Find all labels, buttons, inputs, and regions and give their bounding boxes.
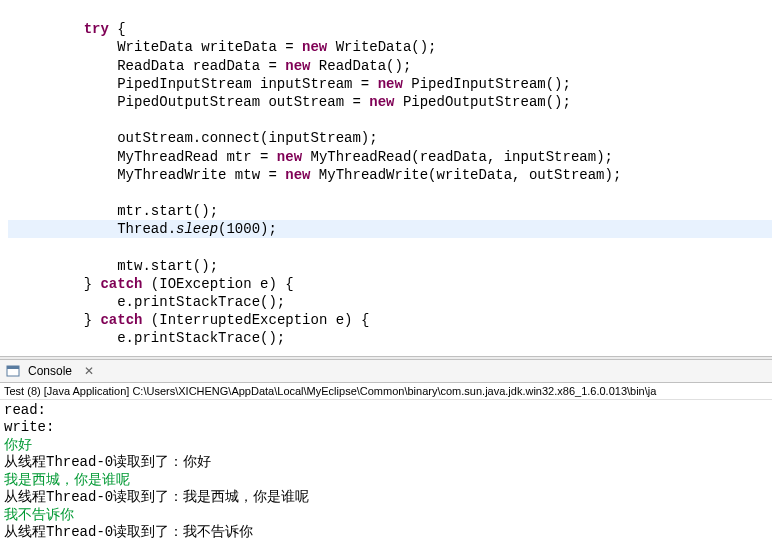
code-line: mtw.start(); — [8, 258, 218, 274]
code-line: mtr.start(); — [8, 203, 218, 219]
code-line: MyThreadWrite mtw = new MyThreadWrite(wr… — [8, 167, 621, 183]
keyword-new: new — [302, 39, 327, 55]
code-line: ReadData readData = new ReadData(); — [8, 58, 411, 74]
console-line: 我不告诉你 — [4, 507, 768, 525]
console-tab-label[interactable]: Console — [24, 362, 76, 380]
code-line: PipedInputStream inputStream = new Piped… — [8, 76, 571, 92]
code-line: outStream.connect(inputStream); — [8, 130, 378, 146]
code-line: } catch (IOException e) { — [8, 276, 294, 292]
code-line: e.printStackTrace(); — [8, 294, 285, 310]
code-line: PipedOutputStream outStream = new PipedO… — [8, 94, 571, 110]
code-line-active: Thread.sleep(1000); — [8, 220, 772, 238]
console-line: 你好 — [4, 437, 768, 455]
static-method: sleep — [176, 221, 218, 237]
console-line: 从线程Thread-0读取到了：我不告诉你 — [4, 524, 768, 542]
console-line: 从线程Thread-0读取到了：你好 — [4, 454, 768, 472]
console-tab-bar: Console ✕ — [0, 360, 772, 383]
code-editor[interactable]: try { WriteData writeData = new WriteDat… — [0, 0, 772, 356]
code-line: try { — [8, 21, 126, 37]
code-line: WriteData writeData = new WriteData(); — [8, 39, 437, 55]
code-line: } catch (InterruptedException e) { — [8, 312, 369, 328]
console-line: 我是西城，你是谁呢 — [4, 472, 768, 490]
console-line: read: — [4, 402, 768, 420]
svg-rect-1 — [7, 366, 19, 369]
console-line: 从线程Thread-0读取到了：我是西城，你是谁呢 — [4, 489, 768, 507]
keyword-catch: catch — [100, 276, 142, 292]
code-line — [8, 112, 16, 128]
keyword-new: new — [369, 94, 394, 110]
keyword-new: new — [277, 149, 302, 165]
close-icon[interactable]: ✕ — [80, 364, 98, 378]
console-launch-info: Test (8) [Java Application] C:\Users\XIC… — [0, 383, 772, 400]
code-line — [8, 185, 16, 201]
console-line: write: — [4, 419, 768, 437]
keyword-new: new — [285, 58, 310, 74]
console-icon — [6, 364, 20, 378]
keyword-new: new — [378, 76, 403, 92]
console-output[interactable]: read:write:你好从线程Thread-0读取到了：你好我是西城，你是谁呢… — [0, 400, 772, 544]
code-line: MyThreadRead mtr = new MyThreadRead(read… — [8, 149, 613, 165]
keyword-new: new — [285, 167, 310, 183]
code-line: e.printStackTrace(); — [8, 330, 285, 346]
keyword-try: try — [84, 21, 109, 37]
keyword-catch: catch — [100, 312, 142, 328]
